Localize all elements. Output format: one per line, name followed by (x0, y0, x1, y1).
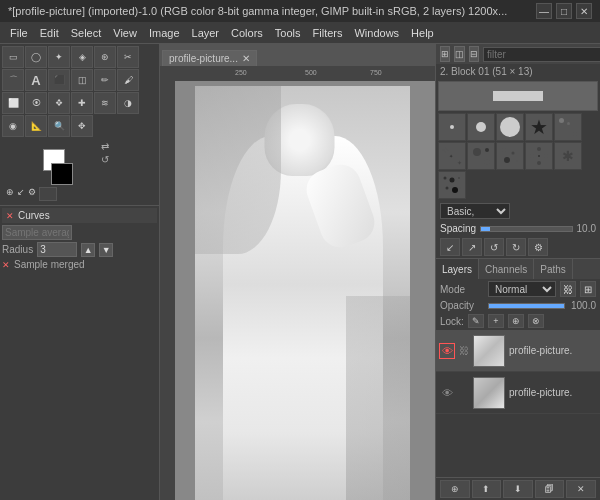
brush-item-4[interactable] (496, 113, 524, 141)
rect-select-tool[interactable]: ▭ (2, 46, 24, 68)
canvas-tab-close[interactable]: ✕ (242, 53, 250, 64)
pencil-tool[interactable]: ✏ (94, 69, 116, 91)
fuzzy-select-tool[interactable]: ◈ (71, 46, 93, 68)
blur-tool[interactable]: ◉ (2, 115, 24, 137)
layer-visibility-1[interactable]: 👁 (439, 343, 455, 359)
curves-merged-close[interactable]: ✕ (2, 260, 10, 270)
heal-tool[interactable]: ✚ (71, 92, 93, 114)
brushes-img-btn3[interactable]: ⊟ (469, 46, 479, 62)
menu-windows[interactable]: Windows (348, 25, 405, 41)
layer-mode-select[interactable]: Normal (488, 281, 556, 297)
ruler-mark-750: 750 (370, 69, 382, 76)
background-patch2 (346, 296, 411, 500)
curves-sample-input[interactable] (2, 225, 72, 240)
layer-visibility-2[interactable]: 👁 (439, 385, 455, 401)
airbrush-tool[interactable]: ⦿ (25, 92, 47, 114)
brush-item-1[interactable] (438, 81, 598, 111)
lock-position-btn[interactable]: + (488, 314, 504, 328)
menu-tools[interactable]: Tools (269, 25, 307, 41)
brush-item-9[interactable] (496, 142, 524, 170)
brushes-filter-input[interactable] (483, 47, 600, 62)
delete-layer-btn[interactable]: ✕ (566, 480, 596, 498)
maximize-button[interactable]: □ (556, 3, 572, 19)
spacing-track[interactable] (480, 226, 572, 232)
brush-tool-btn-2[interactable]: ↗ (462, 238, 482, 256)
curves-channel-value[interactable] (37, 242, 77, 257)
text-tool[interactable]: A (25, 69, 47, 91)
clone-tool[interactable]: ❖ (48, 92, 70, 114)
menu-colors[interactable]: Colors (225, 25, 269, 41)
new-layer-btn[interactable]: ⊕ (440, 480, 470, 498)
canvas-tab-main[interactable]: profile-picture... ✕ (162, 50, 257, 66)
lock-pixels-btn[interactable]: ✎ (468, 314, 484, 328)
blend-tool[interactable]: ◫ (71, 69, 93, 91)
curves-panel: ✕ Curves Radius ▲ ▼ ✕ Sample merged (0, 205, 159, 500)
curves-spinner-down[interactable]: ▼ (99, 243, 113, 257)
brush-item-7[interactable]: ✦ ✦ ✦ (438, 142, 466, 170)
zoom-tool[interactable]: 🔍 (48, 115, 70, 137)
ellipse-select-tool[interactable]: ◯ (25, 46, 47, 68)
brush-item-6[interactable] (554, 113, 582, 141)
duplicate-layer-btn[interactable]: 🗐 (535, 480, 565, 498)
reset-colors-icon[interactable]: ↺ (101, 154, 109, 165)
layer-row-1[interactable]: 👁 ⛓ profile-picture. (436, 330, 600, 372)
lower-layer-btn[interactable]: ⬇ (503, 480, 533, 498)
prefs-icon[interactable]: ⚙ (28, 187, 36, 201)
brush-item-11[interactable]: ✱ (554, 142, 582, 170)
brush-item-8[interactable] (467, 142, 495, 170)
curves-spinner-up[interactable]: ▲ (81, 243, 95, 257)
canvas-viewport[interactable] (175, 81, 435, 500)
foreground-color-swatch[interactable] (51, 163, 73, 185)
menu-help[interactable]: Help (405, 25, 440, 41)
tab-layers[interactable]: Layers (436, 259, 479, 279)
lock-all-btn[interactable]: ⊗ (528, 314, 544, 328)
brush-item-5[interactable]: ★ (525, 113, 553, 141)
opacity-track[interactable] (488, 303, 565, 309)
new-image-icon[interactable]: ↙ (17, 187, 25, 201)
menu-view[interactable]: View (107, 25, 143, 41)
layer-chain-2[interactable]: ⛓ (457, 386, 471, 400)
brush-item-2[interactable] (438, 113, 466, 141)
bucket-fill-tool[interactable]: ⬛ (48, 69, 70, 91)
menu-edit[interactable]: Edit (34, 25, 65, 41)
brush-tool-btn-5[interactable]: ⚙ (528, 238, 548, 256)
brush-item-12[interactable] (438, 171, 466, 199)
layer-row-2[interactable]: 👁 ⛓ profile-picture. (436, 372, 600, 414)
paintbrush-tool[interactable]: 🖌 (117, 69, 139, 91)
menu-file[interactable]: File (4, 25, 34, 41)
dodge-burn-tool[interactable]: ◑ (117, 92, 139, 114)
brush-item-3[interactable] (467, 113, 495, 141)
menu-filters[interactable]: Filters (307, 25, 349, 41)
select-color-tool[interactable]: ⊛ (94, 46, 116, 68)
measure-tool[interactable]: 📐 (25, 115, 47, 137)
brushes-img-btn2[interactable]: ◫ (454, 46, 465, 62)
layer-chain-1[interactable]: ⛓ (457, 344, 471, 358)
swap-colors-icon[interactable]: ⇄ (101, 141, 109, 152)
menu-layer[interactable]: Layer (186, 25, 226, 41)
extra-mode-btn[interactable]: ⊞ (580, 281, 596, 297)
brush-item-10[interactable] (525, 142, 553, 170)
brush-tool-btn-1[interactable]: ↙ (440, 238, 460, 256)
tab-channels[interactable]: Channels (479, 259, 534, 279)
raise-layer-btn[interactable]: ⬆ (472, 480, 502, 498)
close-button[interactable]: ✕ (576, 3, 592, 19)
menu-select[interactable]: Select (65, 25, 108, 41)
minimize-button[interactable]: — (536, 3, 552, 19)
menu-image[interactable]: Image (143, 25, 186, 41)
lock-alpha-btn[interactable]: ⊕ (508, 314, 524, 328)
free-select-tool[interactable]: ✦ (48, 46, 70, 68)
eraser-tool[interactable]: ⬜ (2, 92, 24, 114)
brush-tool-btn-4[interactable]: ↻ (506, 238, 526, 256)
chain-mode-btn[interactable]: ⛓ (560, 281, 576, 297)
brush-preset-select[interactable]: Basic, (440, 203, 510, 219)
paths-tool[interactable]: ⌒ (2, 69, 24, 91)
brushes-img-btn1[interactable]: ⊞ (440, 46, 450, 62)
scissors-tool[interactable]: ✂ (117, 46, 139, 68)
color-config[interactable] (39, 187, 57, 201)
curves-close-button[interactable]: ✕ (6, 211, 14, 221)
smudge-tool[interactable]: ≋ (94, 92, 116, 114)
brush-tool-btn-3[interactable]: ↺ (484, 238, 504, 256)
quick-mask-icon[interactable]: ⊕ (6, 187, 14, 201)
move-tool[interactable]: ✥ (71, 115, 93, 137)
tab-paths[interactable]: Paths (534, 259, 573, 279)
